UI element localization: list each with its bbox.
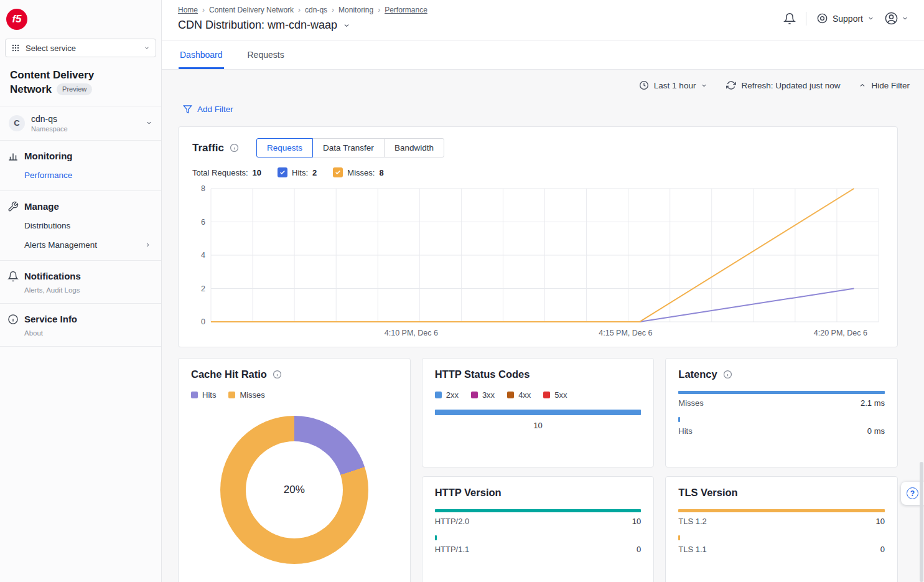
page-title: CDN Distribution: wm-cdn-waap <box>178 19 337 32</box>
app-root: f5 Select service Content Delivery Netwo… <box>0 0 924 582</box>
namespace-selector[interactable]: C cdn-qs Namespace <box>0 106 161 141</box>
hide-filter-label: Hide Filter <box>871 81 910 90</box>
cache-legend: Hits Misses <box>191 390 398 400</box>
info-icon[interactable] <box>273 370 282 379</box>
select-service-label: Select service <box>26 44 76 53</box>
status-5xx-label: 5xx <box>554 390 567 400</box>
sidebar-item-monitoring[interactable]: Monitoring <box>7 151 151 162</box>
http-version-row-http2: HTTP/2.0 10 <box>435 509 642 526</box>
hits-value: 2 <box>312 168 317 177</box>
refresh-status-label: Refresh: Updated just now <box>741 81 840 90</box>
http11-bar <box>435 535 437 540</box>
legend-item-hits: Hits <box>191 390 216 400</box>
svg-text:4:10 PM, Dec 6: 4:10 PM, Dec 6 <box>385 329 438 337</box>
breadcrumb-monitoring[interactable]: Monitoring <box>338 6 373 14</box>
hits-checkbox[interactable] <box>278 167 287 177</box>
sidebar-section-notifications: Notifications Alerts, Audit Logs <box>0 261 161 304</box>
add-filter-label: Add Filter <box>197 105 233 114</box>
chevron-down-icon <box>902 15 908 22</box>
breadcrumb-home[interactable]: Home <box>178 6 198 14</box>
time-range-dropdown[interactable]: Last 1 hour <box>639 80 708 90</box>
http2-label: HTTP/2.0 <box>435 517 470 526</box>
namespace-name: cdn-qs <box>31 114 68 124</box>
svg-text:6: 6 <box>201 218 205 227</box>
total-requests-value: 10 <box>253 168 261 177</box>
notifications-sublabel: Alerts, Audit Logs <box>24 286 151 294</box>
select-service-dropdown[interactable]: Select service <box>5 39 156 57</box>
sidebar-section-manage: Manage Distributions Alerts Management <box>0 191 161 261</box>
sidebar-item-service-info[interactable]: Service Info <box>7 314 151 325</box>
tls-version-row-tls12: TLS 1.2 10 <box>678 509 885 526</box>
logo-row: f5 <box>0 0 161 35</box>
latency-title: Latency <box>678 368 717 380</box>
sidebar-item-distributions[interactable]: Distributions <box>24 221 151 230</box>
hits-toggle: Hits: 2 <box>278 167 317 177</box>
breadcrumb-separator-icon: › <box>332 6 334 14</box>
hide-filter-button[interactable]: Hide Filter <box>859 81 910 90</box>
latency-row-hits: Hits 0 ms <box>678 417 885 436</box>
support-label: Support <box>833 14 863 24</box>
info-icon[interactable] <box>723 370 732 379</box>
breadcrumb-namespace[interactable]: cdn-qs <box>305 6 327 14</box>
breadcrumb-separator-icon: › <box>298 6 301 14</box>
info-icon <box>7 314 19 325</box>
latency-misses-label: Misses <box>678 398 703 408</box>
refresh-button[interactable]: Refresh: Updated just now <box>726 80 840 90</box>
cache-hit-ratio-donut: 20% <box>220 416 368 564</box>
traffic-tab-requests[interactable]: Requests <box>256 138 313 157</box>
traffic-line-chart: 024684:10 PM, Dec 64:15 PM, Dec 64:20 PM… <box>192 182 884 339</box>
user-menu[interactable] <box>884 11 908 26</box>
hits-color-chip <box>191 392 198 398</box>
tls12-value: 10 <box>876 517 885 526</box>
status-4xx-chip <box>507 392 514 398</box>
check-icon <box>335 169 341 176</box>
donut-center-label: 20% <box>246 441 343 538</box>
breadcrumb-performance[interactable]: Performance <box>385 6 427 14</box>
status-codes-legend: 2xx 3xx 4xx 5xx <box>435 390 642 400</box>
traffic-tab-data-transfer[interactable]: Data Transfer <box>312 138 385 157</box>
latency-misses-bar <box>678 391 885 394</box>
traffic-tab-bandwidth[interactable]: Bandwidth <box>384 138 444 157</box>
chevron-down-icon <box>146 120 152 126</box>
tab-requests[interactable]: Requests <box>246 40 286 69</box>
traffic-card-header: Traffic Requests Data Transfer Bandwidth <box>192 138 884 157</box>
sidebar-item-performance[interactable]: Performance <box>24 171 151 180</box>
sidebar: f5 Select service Content Delivery Netwo… <box>0 0 162 582</box>
legend-item-2xx: 2xx <box>435 390 459 400</box>
breadcrumb-cdn[interactable]: Content Delivery Network <box>209 6 294 14</box>
sidebar-item-alerts-management[interactable]: Alerts Management <box>24 240 151 250</box>
status-4xx-label: 4xx <box>518 390 531 400</box>
sidebar-item-manage[interactable]: Manage <box>7 201 151 212</box>
divider <box>806 12 806 26</box>
svg-text:4:20 PM, Dec 6: 4:20 PM, Dec 6 <box>814 329 867 337</box>
preview-badge: Preview <box>57 83 92 95</box>
tls-version-title: TLS Version <box>678 487 737 499</box>
tls12-bar <box>678 509 885 512</box>
service-info-sublabel: About <box>24 329 151 337</box>
http-status-codes-card: HTTP Status Codes 2xx 3xx <box>422 358 655 467</box>
svg-text:2: 2 <box>201 284 205 293</box>
misses-checkbox[interactable] <box>333 167 343 177</box>
support-menu[interactable]: Support <box>816 12 874 24</box>
notifications-bell-icon[interactable] <box>783 12 796 25</box>
bell-icon <box>7 271 19 282</box>
scrollbar-thumb[interactable] <box>920 462 923 582</box>
cache-hit-ratio-card: Cache Hit Ratio Hits Misses <box>178 358 411 582</box>
notifications-label: Notifications <box>24 271 81 281</box>
latency-hits-bar <box>678 417 680 422</box>
tab-dashboard[interactable]: Dashboard <box>179 40 224 69</box>
main-area: Home › Content Delivery Network › cdn-qs… <box>162 0 924 582</box>
latency-hits-label: Hits <box>678 426 692 436</box>
funnel-icon <box>183 105 192 114</box>
sidebar-item-notifications[interactable]: Notifications <box>7 271 151 282</box>
wrench-icon <box>7 201 19 212</box>
f5-logo[interactable]: f5 <box>6 9 27 30</box>
service-info-label: Service Info <box>24 314 77 324</box>
latency-card: Latency Misses 2.1 ms <box>665 358 898 467</box>
status-3xx-label: 3xx <box>482 390 495 400</box>
misses-label: Misses: <box>347 168 375 177</box>
add-filter-button[interactable]: Add Filter <box>183 105 233 114</box>
info-icon[interactable] <box>230 143 239 153</box>
chevron-down-icon[interactable] <box>343 22 350 29</box>
tls12-label: TLS 1.2 <box>678 517 707 526</box>
